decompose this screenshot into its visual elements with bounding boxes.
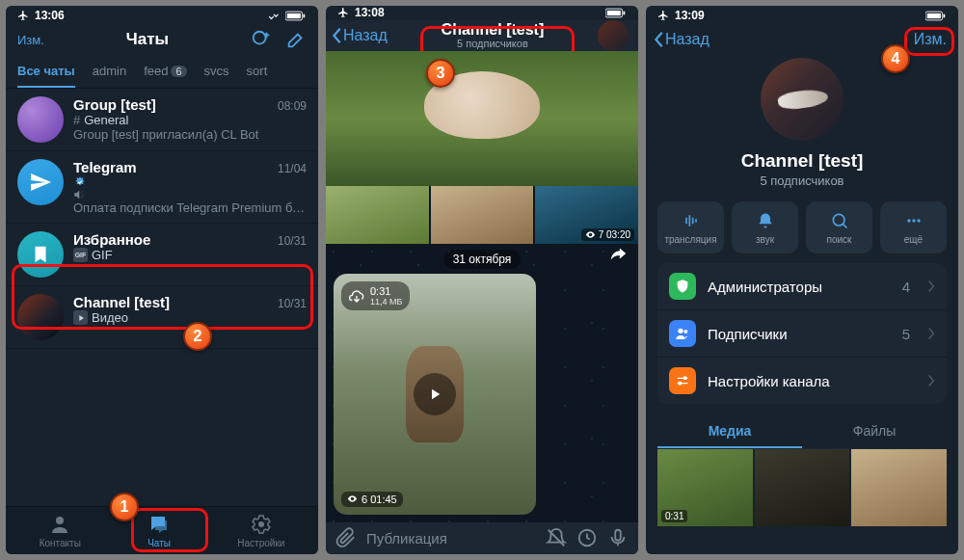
svg-point-22	[683, 330, 687, 333]
folder-tab[interactable]: feed6	[144, 58, 186, 88]
media-tab[interactable]: Файлы	[802, 415, 947, 448]
channel-title: Channel [test]	[393, 21, 592, 39]
download-cloud-icon	[349, 288, 364, 304]
chat-area[interactable]: 7 03:20 31 октября 0:31 11,4 МБ 6 01:45	[326, 51, 638, 522]
chat-row[interactable]: Channel [test]10/31Видео	[6, 286, 318, 349]
chat-preview: Group [test] пригласил(а) CL Bot	[73, 127, 307, 142]
channel-title-block[interactable]: Channel [test] 5 подписчиков	[393, 21, 592, 50]
svg-point-8	[258, 521, 264, 527]
status-time: 13:08	[355, 6, 385, 19]
play-icon[interactable]	[414, 373, 456, 415]
settings-row[interactable]: Подписчики5	[657, 310, 947, 358]
callout-2: 2	[183, 322, 212, 351]
airplane-icon	[17, 10, 29, 21]
bell-icon	[756, 211, 775, 230]
schedule-icon[interactable]	[576, 527, 598, 548]
svg-point-21	[678, 329, 683, 333]
media-cell[interactable]: 0:31	[657, 449, 753, 526]
gif-icon: GIF	[73, 248, 88, 262]
new-group-icon[interactable]	[251, 29, 272, 50]
chat-row[interactable]: Избранное10/31GIFGIF	[6, 224, 318, 286]
media-thumb[interactable]	[326, 186, 429, 244]
folder-tab[interactable]: svcs	[204, 58, 229, 88]
tab-contact[interactable]: Контакты	[40, 513, 81, 548]
settings-row[interactable]: Администраторы4	[657, 263, 947, 310]
sliders-icon	[669, 367, 696, 394]
status-bar: 13:08	[326, 6, 638, 20]
status-right	[268, 11, 307, 21]
silent-icon[interactable]	[546, 527, 567, 548]
svg-rect-10	[607, 11, 621, 15]
tab-settings[interactable]: Настройки	[237, 513, 284, 548]
chat-name: Channel [test]	[73, 294, 170, 310]
channel-title: Channel [test]	[741, 150, 864, 172]
media-thumbnail-row: 7 03:20	[326, 186, 638, 244]
chat-row[interactable]: Group [test]08:09#GeneralGroup [test] пр…	[6, 89, 318, 151]
action-search[interactable]: поиск	[806, 201, 872, 253]
views-count: 7 03:20	[599, 229, 630, 240]
row-label: Настройки канала	[708, 373, 910, 389]
phone-channel-chat: 13:08 Назад Channel [test] 5 подписчиков…	[326, 6, 638, 554]
chat-row[interactable]: Telegram 11/04Оплата подписки Telegram P…	[6, 151, 318, 224]
svg-rect-6	[288, 32, 305, 48]
back-button[interactable]: Назад	[654, 31, 710, 48]
channel-avatar-large[interactable]	[761, 58, 844, 141]
chat-name: Telegram	[73, 159, 137, 200]
channel-subtitle: 5 подписчиков	[760, 173, 844, 188]
svg-rect-15	[927, 13, 941, 17]
svg-point-19	[912, 219, 915, 222]
chevron-right-icon	[927, 327, 935, 340]
video-size: 11,4 МБ	[370, 297, 402, 307]
media-thumb[interactable]	[431, 186, 534, 244]
views-count: 6 01:45	[362, 493, 397, 505]
mic-icon[interactable]	[607, 527, 629, 548]
media-cell[interactable]	[755, 449, 850, 526]
svg-rect-1	[287, 13, 301, 17]
chat-time: 08:09	[278, 99, 307, 113]
edit-button[interactable]: Изм.	[17, 33, 44, 47]
action-stream[interactable]: трансляция	[657, 201, 724, 253]
action-bell[interactable]: звук	[732, 201, 798, 253]
svg-point-24	[679, 382, 682, 385]
media-cell[interactable]	[851, 449, 947, 526]
media-tab[interactable]: Медиа	[657, 415, 802, 448]
svg-point-18	[907, 219, 910, 222]
chat-preview: Оплата подписки Telegram Premium банковс…	[73, 200, 307, 215]
folder-tab[interactable]: sort	[247, 58, 268, 88]
status-time: 13:06	[35, 9, 65, 22]
settings-row[interactable]: Настройки канала	[657, 358, 947, 404]
channel-header[interactable]: Назад Channel [test] 5 подписчиков	[326, 20, 638, 51]
more-icon	[904, 211, 924, 230]
folder-tab[interactable]: Все чаты	[17, 58, 75, 88]
edit-button[interactable]: Изм.	[914, 31, 947, 48]
compose-icon[interactable]	[285, 29, 307, 50]
row-value: 5	[902, 326, 910, 342]
svg-rect-16	[943, 13, 945, 17]
channel-avatar-small[interactable]	[598, 20, 629, 51]
chat-subtitle: #General	[73, 113, 307, 127]
composer-input[interactable]: Публикация	[366, 530, 536, 547]
video-message[interactable]: 0:31 11,4 МБ 6 01:45	[334, 274, 536, 515]
folder-tab[interactable]: admin	[93, 58, 126, 88]
share-icon[interactable]	[607, 244, 629, 265]
svg-point-23	[683, 377, 686, 380]
search-icon	[830, 211, 849, 230]
action-more[interactable]: ещё	[880, 201, 947, 253]
media-tabs: МедиаФайлы	[657, 415, 947, 449]
stream-icon	[682, 211, 701, 230]
video-duration: 0:31	[370, 285, 402, 297]
folder-tabs: Все чатыadminfeed6svcssort	[6, 56, 318, 89]
status-bar: 13:06	[6, 6, 318, 25]
media-message-large[interactable]	[326, 51, 638, 186]
chevron-right-icon	[927, 374, 935, 387]
video-icon	[73, 310, 88, 325]
shield-icon	[669, 273, 696, 300]
back-button[interactable]: Назад	[332, 27, 388, 44]
media-duration: 0:31	[661, 510, 687, 522]
tab-chats[interactable]: Чаты	[147, 513, 171, 548]
attach-icon[interactable]	[335, 527, 357, 548]
media-thumb[interactable]: 7 03:20	[535, 186, 638, 244]
chat-list: Group [test]08:09#GeneralGroup [test] пр…	[6, 89, 318, 506]
channel-subtitle: 5 подписчиков	[393, 38, 592, 49]
status-time: 13:09	[675, 9, 705, 22]
